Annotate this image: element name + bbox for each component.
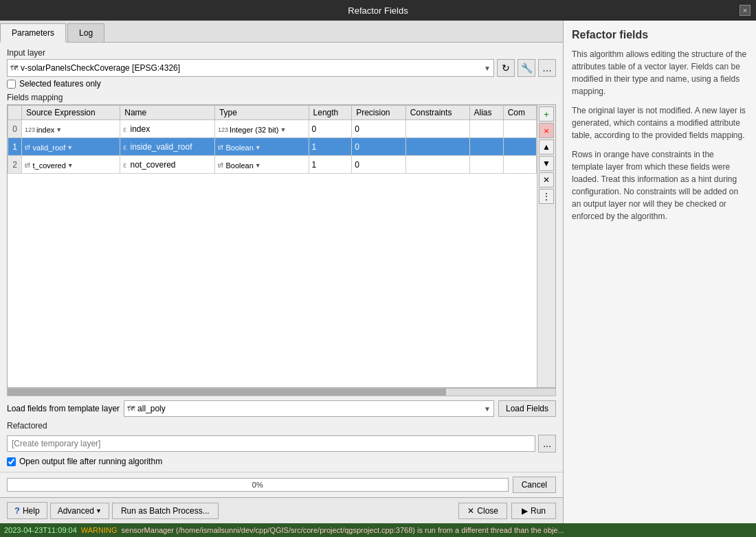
refactored-browse-button[interactable]: ... bbox=[538, 435, 556, 453]
type-value-1: Boolean bbox=[225, 144, 253, 152]
dialog-body: Parameters Log Input layer 🗺 v-solarPane… bbox=[0, 21, 756, 523]
advanced-arrow-icon: ▼ bbox=[96, 507, 102, 514]
row-alias-2 bbox=[469, 156, 503, 174]
row-type-2[interactable]: t/f Boolean ▼ bbox=[214, 156, 309, 174]
settings-icon[interactable]: 🔧 bbox=[518, 59, 535, 77]
help-paragraph-1: The original layer is not modified. A ne… bbox=[572, 104, 748, 141]
dialog-container: Refactor Fields × Parameters Log Input l… bbox=[0, 0, 756, 537]
delete-row-button[interactable]: × bbox=[539, 123, 554, 138]
row-source-1[interactable]: t/f valid_roof ▼ bbox=[22, 138, 120, 156]
type-dropdown-0[interactable]: ▼ bbox=[280, 126, 286, 133]
row-type-1[interactable]: t/f Boolean ▼ bbox=[214, 138, 309, 156]
row-name-2[interactable]: ε not_covered bbox=[120, 156, 215, 174]
open-output-row: Open output file after running algorithm bbox=[7, 457, 556, 466]
chevron-down-icon: ▼ bbox=[484, 65, 491, 72]
epsilon-icon-2: ε bbox=[123, 161, 126, 169]
row-precision-0[interactable]: 0 bbox=[352, 120, 406, 138]
status-message: sensorManager (/home/ismailsunni/dev/cpp… bbox=[122, 526, 564, 534]
close-icon[interactable]: × bbox=[740, 5, 751, 16]
row-comment-0 bbox=[503, 120, 536, 138]
input-layer-section: Input layer 🗺 v-solarPanelsCheckCoverage… bbox=[7, 48, 556, 89]
input-layer-select[interactable]: 🗺 v-solarPanelsCheckCoverage [EPSG:4326]… bbox=[7, 59, 494, 77]
cancel-button[interactable]: Cancel bbox=[513, 477, 556, 493]
row-constraints-2 bbox=[405, 156, 469, 174]
source-dropdown-1[interactable]: ▼ bbox=[67, 144, 73, 151]
refactored-section: Refactored ... bbox=[7, 421, 556, 453]
extra-button[interactable]: ⋮ bbox=[539, 189, 554, 204]
row-name-1[interactable]: ε inside_valid_roof bbox=[120, 138, 215, 156]
row-idx-2: 2 bbox=[8, 156, 22, 174]
tab-log[interactable]: Log bbox=[67, 23, 104, 42]
template-layer-select[interactable]: 🗺 all_poly ▼ bbox=[124, 400, 494, 417]
row-length-1[interactable]: 1 bbox=[309, 138, 352, 156]
type-dropdown-2[interactable]: ▼ bbox=[255, 162, 261, 169]
load-fields-button[interactable]: Load Fields bbox=[498, 400, 556, 417]
help-button[interactable]: ? Help bbox=[7, 502, 47, 519]
selected-features-checkbox[interactable] bbox=[7, 80, 16, 89]
input-layer-row: 🗺 v-solarPanelsCheckCoverage [EPSG:4326]… bbox=[7, 59, 556, 77]
col-length: Length bbox=[309, 106, 352, 120]
type-value-0: Integer (32 bit) bbox=[230, 126, 279, 134]
table-side-buttons: + × ▲ ▼ ✕ ⋮ bbox=[537, 105, 555, 387]
row-type-0[interactable]: 123 Integer (32 bit) ▼ bbox=[214, 120, 309, 138]
scrollbar-thumb bbox=[8, 389, 446, 396]
col-comment: Com bbox=[503, 106, 536, 120]
clear-button[interactable]: ✕ bbox=[539, 172, 554, 187]
status-level: WARNING bbox=[81, 526, 118, 534]
bottom-right: ✕ Close ▶ Run bbox=[458, 503, 556, 519]
col-name: Name bbox=[120, 106, 215, 120]
row-length-0[interactable]: 0 bbox=[309, 120, 352, 138]
fields-table-wrapper: Source Expression Name Type Length Preci… bbox=[8, 105, 537, 387]
source-dropdown-0[interactable]: ▼ bbox=[56, 126, 62, 133]
refresh-icon[interactable]: ↻ bbox=[497, 59, 515, 77]
row-precision-2[interactable]: 0 bbox=[352, 156, 406, 174]
fields-table-container: Source Expression Name Type Length Preci… bbox=[7, 104, 556, 388]
tab-parameters[interactable]: Parameters bbox=[0, 23, 66, 43]
progress-cancel-row: 0% Cancel bbox=[7, 477, 556, 493]
row-length-2[interactable]: 1 bbox=[309, 156, 352, 174]
horizontal-scrollbar[interactable] bbox=[7, 388, 556, 396]
refactored-label: Refactored bbox=[7, 421, 556, 431]
left-panel: Parameters Log Input layer 🗺 v-solarPane… bbox=[0, 21, 564, 523]
tabs-bar: Parameters Log bbox=[0, 21, 563, 43]
open-output-label: Open output file after running algorithm bbox=[19, 457, 162, 466]
fields-table: Source Expression Name Type Length Preci… bbox=[8, 105, 537, 174]
run-icon: ▶ bbox=[522, 506, 528, 516]
table-row: 1 t/f valid_roof ▼ bbox=[8, 138, 537, 156]
row-constraints-1 bbox=[405, 138, 469, 156]
row-alias-1 bbox=[469, 138, 503, 156]
add-row-button[interactable]: + bbox=[539, 106, 554, 122]
row-source-2[interactable]: t/f t_covered ▼ bbox=[22, 156, 120, 174]
row-source-0[interactable]: 123 index ▼ bbox=[22, 120, 120, 138]
right-panel: Refactor fields This algorithm allows ed… bbox=[564, 21, 756, 523]
run-batch-button[interactable]: Run as Batch Process... bbox=[112, 503, 219, 519]
close-dialog-button[interactable]: ✕ Close bbox=[458, 503, 507, 519]
type-dropdown-1[interactable]: ▼ bbox=[255, 144, 261, 151]
row-comment-1 bbox=[503, 138, 536, 156]
params-content: Input layer 🗺 v-solarPanelsCheckCoverage… bbox=[0, 43, 563, 472]
run-button[interactable]: ▶ Run bbox=[511, 503, 556, 519]
source-value-0: index bbox=[36, 126, 54, 134]
title-bar: Refactor Fields × bbox=[0, 0, 756, 21]
table-row: 2 t/f t_covered ▼ bbox=[8, 156, 537, 174]
template-layer-row: Load fields from template layer 🗺 all_po… bbox=[7, 400, 556, 417]
row-idx-1: 1 bbox=[8, 138, 22, 156]
fields-mapping-label: Fields mapping bbox=[7, 93, 556, 102]
row-comment-2 bbox=[503, 156, 536, 174]
move-up-button[interactable]: ▲ bbox=[539, 139, 554, 155]
row-name-0[interactable]: ε index bbox=[120, 120, 215, 138]
epsilon-icon-0: ε bbox=[123, 125, 126, 133]
refactored-input[interactable] bbox=[7, 435, 535, 452]
type-badge-123-0: 123 bbox=[25, 126, 35, 133]
row-precision-1[interactable]: 0 bbox=[352, 138, 406, 156]
open-output-checkbox[interactable] bbox=[7, 457, 16, 466]
source-value-2: t_covered bbox=[33, 161, 66, 170]
source-value-1: valid_roof bbox=[33, 144, 66, 152]
close-x-icon: ✕ bbox=[467, 506, 474, 516]
move-down-button[interactable]: ▼ bbox=[539, 156, 554, 171]
bottom-bar: ? Help Advanced ▼ Run as Batch Process..… bbox=[0, 497, 563, 523]
source-dropdown-2[interactable]: ▼ bbox=[67, 162, 74, 169]
advanced-button[interactable]: Advanced ▼ bbox=[50, 503, 109, 519]
browse-layer-icon[interactable]: … bbox=[538, 59, 556, 77]
table-row: 0 123 index ▼ bbox=[8, 120, 537, 138]
